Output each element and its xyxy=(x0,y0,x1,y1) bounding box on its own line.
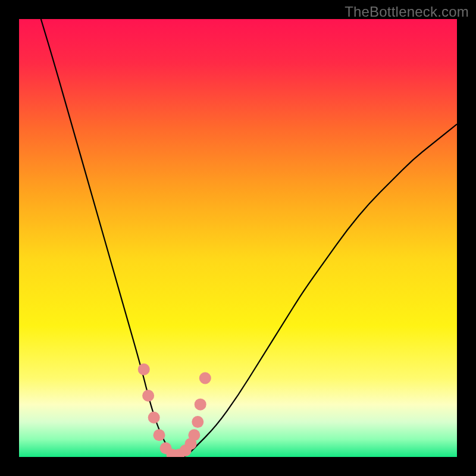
bottleneck-curve xyxy=(41,19,457,457)
marker-dot xyxy=(195,399,206,411)
marker-dot xyxy=(142,390,154,402)
marker-dot xyxy=(199,372,211,384)
marker-dot xyxy=(154,429,165,441)
marker-dot xyxy=(148,412,160,424)
marker-dot xyxy=(192,416,203,428)
chart-frame: TheBottleneck.com xyxy=(0,0,476,476)
curve-layer xyxy=(19,19,457,457)
marker-dot xyxy=(188,429,200,441)
marker-dot xyxy=(138,364,150,375)
watermark-text: TheBottleneck.com xyxy=(345,4,469,20)
plot-area xyxy=(19,19,457,457)
